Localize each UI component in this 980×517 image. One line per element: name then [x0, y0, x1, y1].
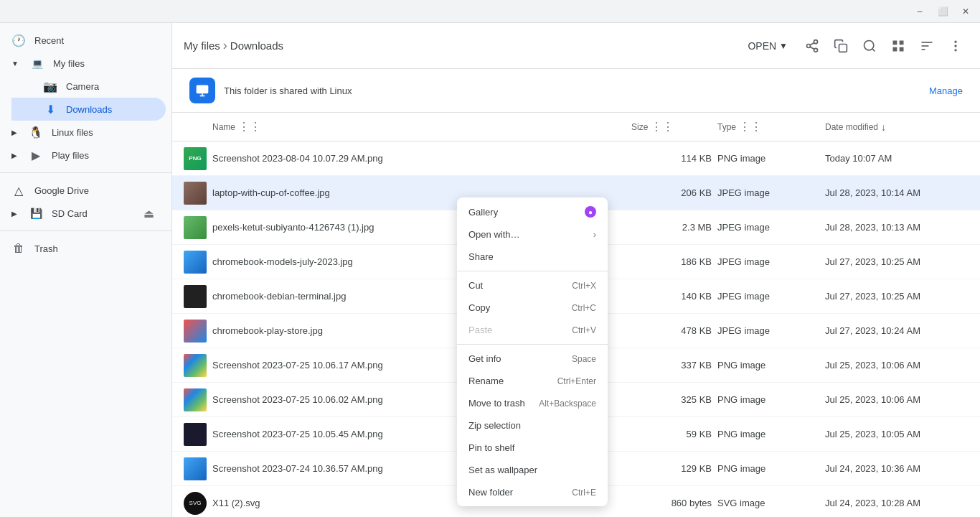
file-date-0: Today 10:07 AM [825, 153, 969, 164]
camera-icon: 📷 [43, 79, 57, 93]
sidebar-item-play-files[interactable]: ▶ ▶ Play files [0, 144, 166, 167]
open-dropdown-icon: ▼ [779, 41, 788, 51]
shortcut-label: Space [572, 354, 596, 364]
sidebar-item-camera-label: Camera [66, 81, 99, 92]
context-menu-item-gallery[interactable]: Gallery● [457, 200, 608, 223]
ctx-item-label: Set as wallpaper [468, 465, 596, 475]
svg-rect-9 [900, 40, 904, 45]
sd-card-icon: 💾 [29, 206, 43, 220]
sidebar-item-downloads[interactable]: ⬇ Downloads [11, 98, 166, 121]
context-menu-item-pin-to-shelf[interactable]: Pin to shelf [457, 437, 608, 459]
context-menu-item-open-with…[interactable]: Open with…› [457, 223, 608, 246]
sidebar-item-my-files[interactable]: ▼ 💻 My files [0, 52, 166, 75]
play-icon: ▶ [29, 148, 43, 162]
context-menu-item-copy[interactable]: CopyCtrl+C [457, 297, 608, 319]
header-actions: OPEN ▼ [739, 33, 969, 59]
context-menu-item-rename[interactable]: RenameCtrl+Enter [457, 370, 608, 392]
close-button[interactable]: ✕ [957, 3, 974, 20]
svg-point-15 [954, 40, 956, 42]
ctx-item-label: Cut [468, 280, 563, 291]
sidebar-item-google-drive[interactable]: △ Google Drive [0, 179, 166, 202]
file-date-4: Jul 27, 2023, 10:25 AM [825, 291, 969, 302]
header-col-name[interactable]: Name ⋮⋮ [212, 120, 631, 134]
play-chevron: ▶ [11, 152, 17, 159]
gallery-badge: ● [585, 206, 596, 218]
file-thumb-10: SVG [184, 492, 207, 515]
ctx-item-label: Pin to shelf [468, 442, 596, 453]
ctx-item-label: Open with… [468, 229, 585, 240]
header-col-date[interactable]: Date modified ↓ [825, 121, 969, 133]
file-thumb-8 [184, 423, 207, 446]
file-type-7: PNG image [717, 394, 825, 405]
sidebar-item-trash[interactable]: 🗑 Trash [0, 237, 166, 260]
shortcut-label: Ctrl+X [572, 281, 596, 291]
svg-line-3 [810, 47, 814, 49]
maximize-button[interactable]: ⬜ [934, 3, 951, 20]
svg-point-1 [807, 44, 811, 47]
trash-icon: 🗑 [11, 241, 26, 256]
size-col-options[interactable]: ⋮⋮ [651, 120, 674, 134]
sort-arrow-icon: ↓ [881, 121, 886, 133]
more-menu-button[interactable] [943, 33, 969, 59]
downloads-icon: ⬇ [43, 102, 57, 116]
manage-button[interactable]: Manage [929, 85, 963, 96]
context-menu-item-new-folder[interactable]: New folderCtrl+E [457, 481, 608, 503]
shortcut-label: Ctrl+Enter [557, 376, 596, 386]
my-files-icon: 💻 [30, 56, 44, 70]
header-col-type[interactable]: Type ⋮⋮ [717, 120, 825, 134]
file-thumb-4 [184, 285, 207, 308]
ctx-item-label: Share [468, 251, 596, 262]
context-menu-item-cut[interactable]: CutCtrl+X [457, 274, 608, 297]
context-menu-item-set-as-wallpaper[interactable]: Set as wallpaper [457, 459, 608, 481]
file-thumb-7 [184, 388, 207, 411]
minimize-button[interactable]: – [911, 3, 928, 20]
ctx-divider [457, 271, 608, 271]
ctx-divider [457, 344, 608, 345]
copy-path-button[interactable] [828, 33, 854, 59]
file-date-1: Jul 28, 2023, 10:14 AM [825, 187, 969, 198]
header-col-size[interactable]: Size ⋮⋮ [631, 120, 717, 134]
breadcrumb-separator: › [223, 38, 227, 53]
file-thumb-6 [184, 354, 207, 377]
ctx-item-label: Get info [468, 353, 563, 364]
ctx-item-label: Rename [468, 376, 549, 386]
eject-button[interactable]: ⏏ [143, 207, 154, 220]
file-type-8: PNG image [717, 429, 825, 439]
sidebar-item-linux-files[interactable]: ▶ 🐧 Linux files [0, 121, 166, 144]
file-type-10: SVG image [717, 498, 825, 508]
svg-point-17 [954, 49, 956, 51]
grid-view-button[interactable] [885, 33, 911, 59]
breadcrumb-my-files[interactable]: My files [184, 39, 220, 52]
sidebar-item-play-label: Play files [52, 150, 89, 161]
my-files-children: 📷 Camera ⬇ Downloads [0, 75, 171, 121]
file-date-2: Jul 28, 2023, 10:13 AM [825, 222, 969, 233]
context-menu-item-zip-selection[interactable]: Zip selection [457, 414, 608, 437]
sidebar-item-camera[interactable]: 📷 Camera [11, 75, 166, 98]
breadcrumb: My files › Downloads [184, 38, 733, 53]
file-size-6: 337 KB [631, 360, 717, 371]
share-button[interactable] [799, 33, 825, 59]
name-col-options[interactable]: ⋮⋮ [238, 120, 261, 134]
open-button[interactable]: OPEN ▼ [739, 36, 796, 56]
ctx-item-label: Paste [468, 325, 563, 335]
context-menu-item-move-to-trash[interactable]: Move to trashAlt+Backspace [457, 392, 608, 414]
file-size-2: 2.3 MB [631, 222, 717, 233]
recent-icon: 🕐 [11, 33, 26, 47]
titlebar: – ⬜ ✕ [0, 0, 980, 23]
shortcut-label: Ctrl+C [572, 303, 596, 313]
sidebar-item-sd-card[interactable]: ▶ 💾 SD Card ⏏ [0, 202, 166, 225]
context-menu-item-get-info[interactable]: Get infoSpace [457, 348, 608, 370]
table-row[interactable]: PNG Screenshot 2023-08-04 10.07.29 AM.pn… [172, 141, 980, 176]
sort-button[interactable] [914, 33, 940, 59]
type-col-options[interactable]: ⋮⋮ [739, 120, 762, 134]
svg-rect-8 [893, 40, 897, 45]
shortcut-label: Alt+Backspace [539, 399, 596, 409]
context-menu: Gallery●Open with…›ShareCutCtrl+XCopyCtr… [457, 197, 608, 506]
file-date-5: Jul 27, 2023, 10:24 AM [825, 325, 969, 336]
sidebar-item-recent-label: Recent [34, 35, 64, 46]
file-size-1: 206 KB [631, 187, 717, 198]
context-menu-item-share[interactable]: Share [457, 246, 608, 268]
file-size-4: 140 KB [631, 291, 717, 302]
search-button[interactable] [857, 33, 882, 59]
sidebar-item-recent[interactable]: 🕐 Recent [0, 29, 166, 52]
